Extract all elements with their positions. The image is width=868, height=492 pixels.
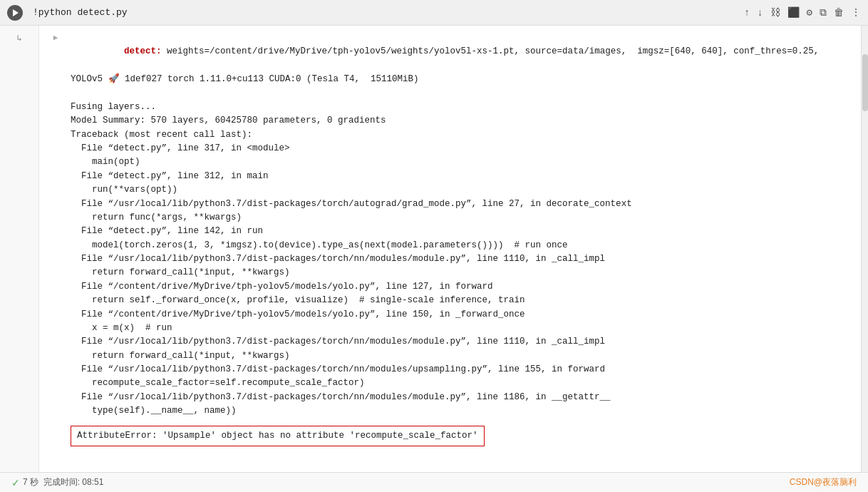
tb-recompute-line: recompute_scale_factor=self.recompute_sc… [71,376,852,390]
tb-file9: File “/usr/local/lib/python3.7/dist-pack… [71,363,852,376]
tb-file8: File “/usr/local/lib/python3.7/dist-pack… [71,335,852,349]
statusbar: ✓ 7 秒 完成时间: 08:51 CSDN@夜落脑利 [0,472,868,492]
cell-command: !python detect.py [33,7,128,18]
tb-return-forward-once: return self._forward_once(x, profile, vi… [71,294,852,307]
status-check-icon: ✓ [11,477,20,488]
status-time: 7 秒 [23,476,38,488]
split-icon[interactable]: ⧉ [820,7,827,19]
tb-file7: File “/content/drive/MyDrive/tph-yolov5/… [71,308,852,322]
link-icon[interactable]: ⛓ [770,7,780,19]
tb-file2: File “detect.py”, line 312, in main [71,170,852,183]
tb-file4: File “detect.py”, line 142, in run [71,225,852,238]
copy-icon[interactable]: ⬛ [787,6,800,19]
output-content: detect: weights=/content/drive/MyDrive/t… [71,31,852,446]
toolbar-right: ↑ ↓ ⛓ ⬛ ⚙ ⧉ 🗑 ⋮ [744,6,861,19]
tb-x-equals-mx: x = m(x) # run [71,322,852,335]
scrollbar[interactable] [861,26,868,472]
error-container: AttributeError: 'Upsample' object has no… [71,423,852,446]
brand-label: CSDN@夜落脑利 [790,476,857,488]
left-gutter: ↳ [0,26,39,472]
blank-line-1 [71,87,852,101]
output-block: ▶ detect: weights=/content/drive/MyDrive… [45,31,852,446]
arrow-down-icon[interactable]: ↓ [757,7,763,19]
scrollbar-thumb[interactable] [862,54,868,111]
yolov5-line: YOLOv5 🚀 1def027 torch 1.11.0+cu113 CUDA… [71,73,852,86]
tb-file3: File “/usr/local/lib/python3.7/dist-pack… [71,198,852,211]
collapse-arrow[interactable]: ▶ [53,33,58,42]
tb-forward-call: return forward_call(*input, **kwargs) [71,266,852,280]
tb-file6: File “/content/drive/MyDrive/tph-yolov5/… [71,280,852,294]
tb-file1: File “detect.py”, line 317, in <module> [71,142,852,155]
tb-file5: File “/usr/local/lib/python3.7/dist-pack… [71,252,852,266]
tb-type-self: type(self).__name__, name)) [71,404,852,418]
toolbar-left: !python detect.py [7,5,744,21]
tb-main-opt: main(opt) [71,155,852,169]
output-gutter: ▶ [45,31,66,446]
tb-return-forward-call2: return forward_call(*input, **kwargs) [71,349,852,363]
output-area[interactable]: ▶ detect: weights=/content/drive/MyDrive… [39,26,861,472]
model-summary-line: Model Summary: 570 layers, 60425780 para… [71,114,852,128]
detect-params: weights=/content/drive/MyDrive/tph-yolov… [162,46,820,56]
arrow-up-icon[interactable]: ↑ [744,7,750,19]
tb-run-vars: run(**vars(opt)) [71,183,852,197]
error-message: AttributeError: 'Upsample' object has no… [71,426,485,446]
main-area: ↳ ▶ detect: weights=/content/drive/MyDri… [0,26,868,472]
gear-icon[interactable]: ⚙ [807,6,812,19]
cell-icon: ↳ [16,33,21,43]
more-icon[interactable]: ⋮ [851,6,861,19]
fusing-line: Fusing layers... [71,101,852,114]
tb-model-call: model(torch.zeros(1, 3, *imgsz).to(devic… [71,239,852,252]
status-label: 完成时间: 08:51 [43,476,104,488]
traceback-line: Traceback (most recent call last): [71,128,852,142]
toolbar: !python detect.py ↑ ↓ ⛓ ⬛ ⚙ ⧉ 🗑 ⋮ [0,0,868,26]
run-button[interactable] [7,5,23,21]
tb-return-func: return func(*args, **kwargs) [71,211,852,225]
detect-header-line: detect: weights=/content/drive/MyDrive/t… [71,31,852,73]
detect-keyword: detect: [124,46,162,56]
tb-file10: File “/usr/local/lib/python3.7/dist-pack… [71,391,852,404]
trash-icon[interactable]: 🗑 [834,7,844,19]
